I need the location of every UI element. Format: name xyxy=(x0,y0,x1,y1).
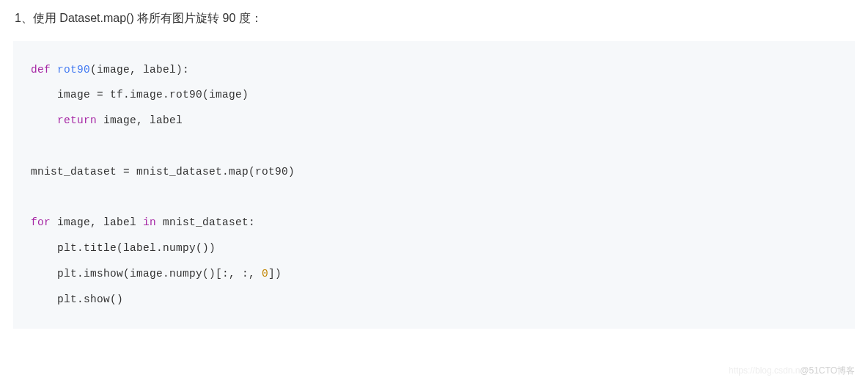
code-line: plt.show() xyxy=(31,293,123,305)
keyword-def: def xyxy=(31,64,51,76)
function-args: (image, label) xyxy=(90,64,183,76)
watermark: https://blog.csdn.n@51CTO博客 xyxy=(729,365,855,377)
keyword-in: in xyxy=(143,216,156,228)
keyword-for: for xyxy=(31,216,51,228)
code-block: def rot90(image, label): image = tf.imag… xyxy=(13,41,855,329)
watermark-faded: https://blog.csdn.n xyxy=(729,365,800,376)
code-line: image = tf.image.rot90(image) xyxy=(31,89,249,101)
code-text: ]) xyxy=(268,268,282,280)
colon: : xyxy=(183,64,189,76)
code-line: mnist_dataset = mnist_dataset.map(rot90) xyxy=(31,166,295,178)
number-literal: 0 xyxy=(262,268,268,280)
code-text: image, label xyxy=(97,114,183,126)
heading-text: 1、使用 Dataset.map() 将所有图片旋转 90 度： xyxy=(0,0,868,41)
watermark-text: @51CTO博客 xyxy=(800,365,855,376)
code-line: plt.title(label.numpy()) xyxy=(31,242,216,254)
code-text: mnist_dataset: xyxy=(156,216,255,228)
code-text: image, label xyxy=(51,216,143,228)
function-name: rot90 xyxy=(57,64,90,76)
keyword-return: return xyxy=(57,114,97,126)
code-text: plt.imshow(image.numpy()[:, :, xyxy=(31,268,262,280)
